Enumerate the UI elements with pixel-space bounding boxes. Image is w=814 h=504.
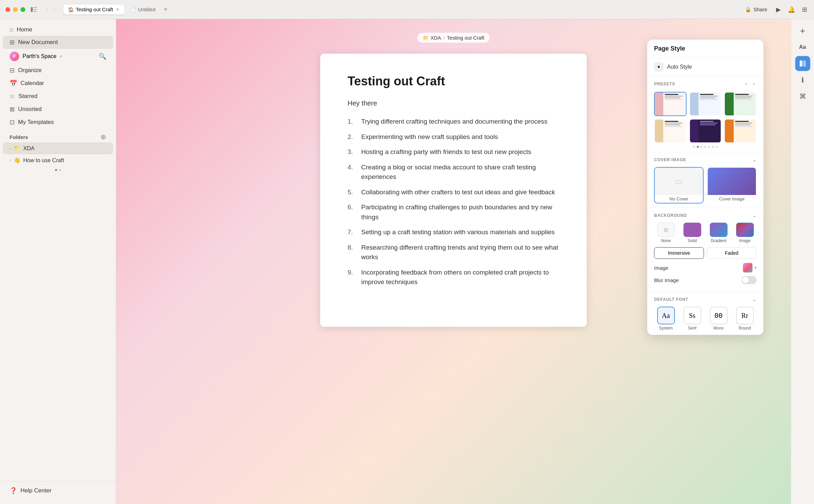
sidebar-item-new-doc-label: New Document (18, 39, 58, 46)
svg-rect-5 (803, 60, 806, 67)
sidebar-item-unsorted[interactable]: ⊠ Unsorted (3, 103, 113, 116)
font-system-option[interactable]: Aa System (654, 307, 678, 331)
preset-option-3[interactable] (724, 92, 757, 116)
sidebar-item-home[interactable]: ⌂ Home (3, 23, 113, 36)
info-button[interactable]: ℹ (795, 72, 810, 87)
sidebar-item-organize[interactable]: ⊟ Organize (3, 64, 113, 77)
search-button[interactable]: 🔍 (99, 53, 106, 60)
blur-toggle[interactable] (742, 276, 757, 284)
tab-testing-out-craft[interactable]: 🏠 Testing out Craft ✕ (63, 4, 125, 14)
folder-xda-icon: 📁 (14, 145, 21, 152)
notifications-button[interactable]: 🔔 (786, 4, 797, 15)
present-button[interactable]: ▶ (775, 4, 782, 15)
list-item[interactable]: 7. Setting up a craft testing station wi… (348, 227, 559, 237)
sidebar-item-calendar-label: Calendar (21, 80, 44, 87)
list-item[interactable]: 2. Experimenting with new craft supplies… (348, 132, 559, 142)
lock-icon: 🔒 (745, 6, 751, 13)
font-round-option[interactable]: Rr Round (733, 307, 757, 331)
pagination-dot (55, 169, 57, 171)
share-button[interactable]: 🔒 Share (742, 5, 771, 14)
preset-option-4[interactable] (654, 119, 687, 143)
document-card: Testing out Craft Hey there 1. Trying di… (320, 54, 587, 327)
list-item[interactable]: 8. Researching different crafting trends… (348, 243, 559, 262)
new-doc-icon: ⊞ (10, 39, 15, 46)
list-item[interactable]: 6. Participating in crafting challenges … (348, 202, 559, 222)
folder-item-xda[interactable]: › 📁 XDA (3, 142, 113, 154)
dropdown-arrow-icon: ▾ (755, 265, 757, 270)
minimize-button[interactable] (13, 7, 18, 12)
forward-button[interactable]: › (52, 5, 57, 14)
breadcrumb-folder[interactable]: XDA (431, 35, 441, 41)
default-font-toggle[interactable]: ⌄ (752, 296, 757, 303)
back-button[interactable]: ‹ (44, 5, 50, 14)
folder-breadcrumb-icon: 📁 (423, 35, 429, 41)
background-options: ⊠ None Solid Gradient Image (654, 223, 757, 243)
sidebar-item-new-document[interactable]: ⊞ New Document (3, 36, 113, 49)
preset-option-1[interactable] (654, 92, 687, 116)
tab-untitled[interactable]: 📄 Untitled (125, 4, 160, 14)
sidebar-item-starred[interactable]: ☆ Starred (3, 90, 113, 103)
document-greeting[interactable]: Hey there (348, 99, 559, 107)
cover-image-toggle[interactable]: ⌄ (752, 156, 757, 163)
breadcrumb: 📁 XDA › Testing out Craft (417, 33, 490, 43)
maximize-button[interactable] (21, 7, 25, 12)
list-item[interactable]: 3. Hosting a crafting party with friends… (348, 147, 559, 157)
document-title[interactable]: Testing out Craft (348, 74, 559, 88)
folders-label: Folders (10, 134, 100, 140)
blur-row: Blur Image (654, 276, 757, 284)
faded-pill[interactable]: Faded (707, 247, 757, 259)
bg-image-icon (736, 223, 754, 237)
bg-image-option[interactable]: Image (733, 223, 757, 243)
image-swatch[interactable] (743, 263, 752, 272)
presets-prev-button[interactable]: ‹ (743, 80, 749, 88)
sidebar-item-my-templates[interactable]: ⊡ My Templates (3, 116, 113, 129)
add-folder-button[interactable]: ⊕ (100, 133, 106, 141)
page-style-button[interactable] (795, 56, 810, 71)
preset-dot (693, 146, 695, 148)
svg-rect-1 (33, 7, 37, 8)
svg-rect-0 (31, 7, 33, 12)
cover-image-option[interactable]: Cover Image (707, 167, 757, 204)
font-button[interactable]: Aa (795, 40, 810, 55)
folder-item-how-to-use-craft[interactable]: › 👋 How to use Craft (3, 154, 113, 166)
background-toggle[interactable]: ⌄ (752, 212, 757, 219)
preset-option-6[interactable] (724, 119, 757, 143)
presets-next-button[interactable]: › (751, 80, 757, 88)
bg-none-option[interactable]: ⊠ None (654, 223, 678, 243)
auto-style-label[interactable]: Auto Style (667, 64, 757, 70)
preset-option-2[interactable] (689, 92, 722, 116)
sidebar-user[interactable]: P Parth's Space ▾ 🔍 (3, 49, 113, 64)
sidebar-item-calendar[interactable]: 📅 Calendar (3, 77, 113, 90)
add-block-button[interactable]: + (795, 23, 810, 38)
layout-button[interactable]: ⊞ (801, 4, 809, 15)
command-button[interactable]: ⌘ (795, 89, 810, 104)
list-item[interactable]: 5. Collaborating with other crafters to … (348, 187, 559, 197)
presets-grid (654, 92, 757, 143)
immersive-pill[interactable]: Immersive (654, 247, 704, 259)
close-button[interactable] (5, 7, 10, 12)
bg-solid-option[interactable]: Solid (680, 223, 704, 243)
auto-style-row: ✦ Auto Style (647, 58, 763, 76)
list-item[interactable]: 1. Trying different crafting techniques … (348, 117, 559, 127)
sidebar-toggle-button[interactable] (31, 6, 40, 13)
user-name-label: Parth's Space (23, 53, 56, 59)
list-item[interactable]: 9. Incorporating feedback from others on… (348, 268, 559, 287)
font-system-label: System (659, 326, 673, 331)
auto-style-icon: ✦ (654, 62, 664, 72)
sidebar-item-help-label: Help Center (21, 487, 52, 494)
font-round-label: Round (739, 326, 751, 331)
tab-close-button[interactable]: ✕ (115, 7, 120, 12)
preset-option-5[interactable] (689, 119, 722, 143)
sidebar-item-organize-label: Organize (18, 67, 42, 74)
font-mono-option[interactable]: 00 Mono (707, 307, 730, 331)
sidebar-item-help-center[interactable]: ❓ Help Center (3, 484, 113, 497)
titlebar: ‹ › 🏠 Testing out Craft ✕ 📄 Untitled + 🔒… (0, 0, 814, 19)
bg-gradient-option[interactable]: Gradient (707, 223, 730, 243)
add-tab-button[interactable]: + (161, 5, 171, 13)
image-label: Image (654, 265, 668, 271)
font-mono-preview: 00 (710, 307, 728, 324)
font-serif-option[interactable]: Ss Serif (680, 307, 704, 331)
no-cover-option[interactable]: ▭ No Cover (654, 167, 704, 204)
list-item[interactable]: 4. Creating a blog or social media accou… (348, 163, 559, 182)
font-serif-label: Serif (688, 326, 696, 331)
